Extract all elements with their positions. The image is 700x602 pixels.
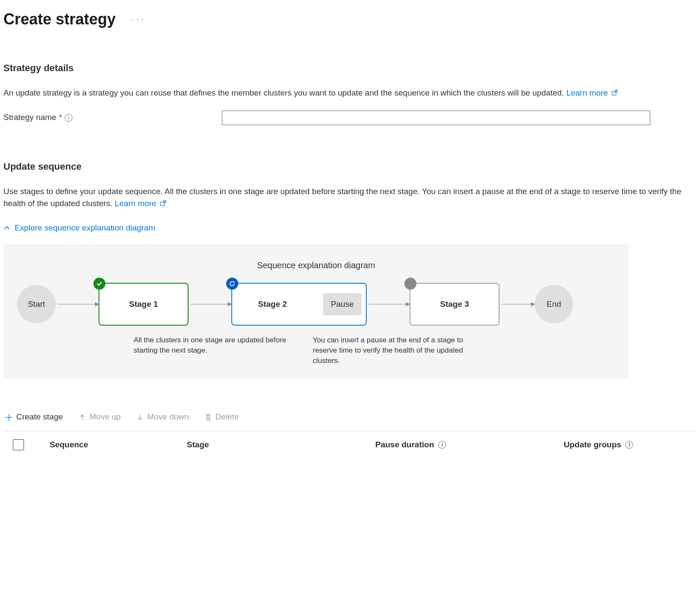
- arrow-icon: [500, 300, 535, 308]
- more-actions-button[interactable]: · · ·: [129, 12, 147, 27]
- arrow-down-icon: [136, 413, 144, 421]
- svg-marker-3: [95, 302, 99, 306]
- move-up-button: Move up: [78, 411, 121, 423]
- page-title: Create strategy: [3, 8, 116, 31]
- strategy-details-description: An update strategy is a strategy you can…: [3, 87, 689, 99]
- diagram-node-stage1: Stage 1: [99, 283, 188, 326]
- diagram-node-stage2: Stage 2 Pause: [231, 283, 367, 326]
- col-stage[interactable]: Stage: [187, 439, 375, 451]
- select-all-checkbox[interactable]: [13, 439, 24, 450]
- info-icon[interactable]: i: [438, 441, 446, 449]
- col-pause-duration[interactable]: Pause duration i: [375, 439, 564, 451]
- learn-more-link-strategy[interactable]: Learn more: [566, 88, 618, 97]
- external-link-icon: [612, 87, 618, 99]
- diagram-node-end: End: [535, 285, 573, 323]
- chevron-up-icon: [3, 222, 10, 234]
- trash-icon: [204, 413, 212, 421]
- create-stage-button[interactable]: Create stage: [5, 411, 63, 423]
- delete-button: Delete: [204, 411, 239, 423]
- pending-icon: [404, 278, 416, 290]
- col-sequence[interactable]: Sequence: [50, 439, 187, 451]
- diagram-caption-1: All the clusters in one stage are update…: [134, 335, 313, 365]
- toggle-diagram[interactable]: Explore sequence explanation diagram: [3, 222, 697, 234]
- diagram-node-stage3: Stage 3: [410, 283, 500, 326]
- diagram-caption-2: You can insert a pause at the end of a s…: [313, 335, 484, 365]
- info-icon[interactable]: i: [625, 441, 633, 449]
- diagram-title: Sequence explanation diagram: [17, 259, 615, 272]
- external-link-icon: [160, 198, 166, 210]
- strategy-name-input[interactable]: [222, 111, 650, 125]
- svg-marker-5: [228, 302, 231, 306]
- diagram-node-start: Start: [17, 285, 56, 323]
- arrow-icon: [56, 300, 99, 308]
- col-update-groups[interactable]: Update groups i: [564, 439, 693, 451]
- arrow-up-icon: [78, 413, 86, 421]
- sync-icon: [226, 278, 238, 290]
- stages-table: Sequence Stage Pause duration i Update g…: [3, 431, 697, 458]
- checkmark-icon: [93, 278, 105, 290]
- move-down-button: Move down: [136, 411, 189, 423]
- pause-chip: Pause: [323, 293, 362, 316]
- arrow-icon: [188, 300, 231, 308]
- svg-marker-10: [531, 302, 535, 306]
- sequence-diagram-panel: Sequence explanation diagram Start Stage…: [3, 244, 629, 378]
- table-header-row: Sequence Stage Pause duration i Update g…: [3, 431, 697, 458]
- update-sequence-heading: Update sequence: [3, 159, 697, 174]
- strategy-name-label: Strategy name: [3, 111, 57, 124]
- strategy-details-heading: Strategy details: [3, 61, 697, 75]
- info-icon[interactable]: i: [65, 114, 72, 122]
- update-sequence-description: Use stages to define your update sequenc…: [3, 186, 689, 210]
- svg-marker-6: [233, 281, 235, 283]
- arrow-icon: [367, 300, 410, 308]
- plus-icon: [5, 413, 13, 421]
- svg-marker-8: [406, 302, 410, 306]
- required-asterisk: *: [59, 111, 62, 124]
- learn-more-link-sequence[interactable]: Learn more: [115, 199, 166, 208]
